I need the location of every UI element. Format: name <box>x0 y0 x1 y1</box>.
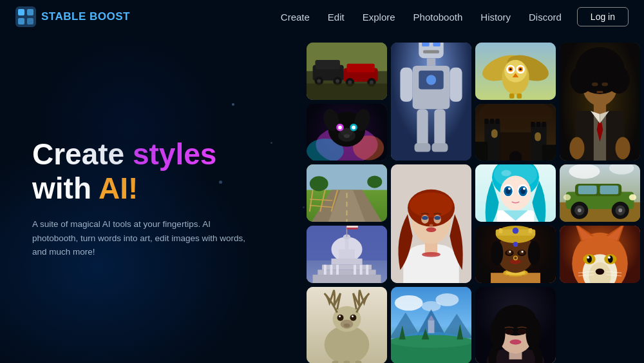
svg-point-63 <box>569 137 584 159</box>
svg-rect-32 <box>434 109 445 146</box>
svg-point-44 <box>509 68 512 71</box>
nav-history[interactable]: History <box>480 12 511 23</box>
image-castle[interactable] <box>475 104 556 161</box>
svg-rect-29 <box>400 68 412 102</box>
logo[interactable]: STABLE BOOST <box>15 6 130 27</box>
svg-rect-157 <box>339 250 355 259</box>
svg-rect-31 <box>417 109 428 146</box>
svg-point-184 <box>491 240 503 265</box>
svg-point-107 <box>367 176 382 188</box>
svg-rect-165 <box>354 265 356 275</box>
svg-point-148 <box>578 209 582 213</box>
image-deer[interactable] <box>307 287 387 363</box>
svg-point-151 <box>618 209 622 213</box>
hero-title-ai: AI! <box>99 172 138 205</box>
svg-rect-224 <box>332 360 339 363</box>
svg-rect-166 <box>360 265 363 275</box>
image-landscape[interactable] <box>391 287 471 363</box>
svg-point-228 <box>395 295 423 311</box>
image-road[interactable] <box>307 164 387 222</box>
svg-point-121 <box>426 228 436 233</box>
svg-point-191 <box>522 251 524 253</box>
svg-point-223 <box>344 323 350 327</box>
svg-point-194 <box>513 242 518 247</box>
svg-rect-225 <box>344 360 350 363</box>
nav-discord[interactable]: Discord <box>529 12 562 23</box>
svg-rect-34 <box>431 143 448 152</box>
svg-rect-89 <box>542 122 546 127</box>
image-capitol[interactable] <box>307 226 387 283</box>
image-anime-girl[interactable] <box>475 164 556 222</box>
hero-title: Create styles with AI! <box>32 137 258 206</box>
image-fox[interactable] <box>560 226 640 283</box>
logo-icon <box>15 6 36 27</box>
svg-point-140 <box>569 164 600 179</box>
svg-rect-30 <box>450 68 462 102</box>
svg-rect-172 <box>347 226 358 228</box>
svg-point-137 <box>501 170 511 177</box>
decorative-dot-2 <box>270 142 272 144</box>
svg-rect-19 <box>307 84 387 100</box>
image-green-car[interactable] <box>560 164 640 222</box>
image-colorful-dog[interactable] <box>307 104 387 161</box>
svg-point-56 <box>570 66 592 93</box>
svg-point-77 <box>352 125 355 129</box>
image-african-woman[interactable] <box>475 226 556 283</box>
hero-title-styles: styles <box>133 137 216 171</box>
svg-point-58 <box>592 83 598 86</box>
image-grid <box>303 39 644 363</box>
svg-point-57 <box>607 66 630 93</box>
decorative-dot-4 <box>303 206 305 208</box>
image-cars[interactable] <box>307 43 387 100</box>
image-robot[interactable] <box>391 43 471 161</box>
nav-create[interactable]: Create <box>281 12 310 23</box>
svg-rect-3 <box>18 18 24 25</box>
svg-rect-60 <box>597 91 603 93</box>
svg-rect-91 <box>535 132 541 141</box>
svg-rect-162 <box>324 265 327 275</box>
svg-point-252 <box>518 329 526 334</box>
svg-rect-47 <box>509 93 515 99</box>
image-person-afro[interactable] <box>560 43 640 161</box>
svg-rect-48 <box>516 93 522 99</box>
svg-rect-183 <box>529 228 533 233</box>
svg-point-59 <box>601 83 608 86</box>
nav-edit[interactable]: Edit <box>328 12 345 23</box>
svg-point-220 <box>339 315 341 317</box>
svg-rect-2 <box>27 9 33 15</box>
svg-point-10 <box>317 79 321 83</box>
login-button[interactable]: Log in <box>577 7 629 26</box>
svg-rect-85 <box>490 119 494 124</box>
image-woman-dark[interactable] <box>475 287 556 363</box>
svg-rect-240 <box>428 320 435 333</box>
svg-point-218 <box>337 314 344 320</box>
nav-photobooth[interactable]: Photobooth <box>413 12 463 23</box>
image-woman-red-hair[interactable] <box>391 164 471 282</box>
main-nav: Create Edit Explore Photobooth History D… <box>281 12 562 23</box>
svg-rect-90 <box>491 129 498 137</box>
svg-point-28 <box>426 75 436 84</box>
svg-point-221 <box>352 315 354 317</box>
svg-rect-145 <box>600 186 619 194</box>
decorative-dot-3 <box>219 181 222 184</box>
svg-rect-158 <box>331 259 362 265</box>
header: STABLE BOOST Create Edit Explore Photobo… <box>0 0 644 34</box>
svg-point-45 <box>519 68 522 71</box>
svg-rect-24 <box>423 50 439 54</box>
svg-rect-159 <box>322 265 372 270</box>
svg-point-64 <box>616 137 630 159</box>
svg-point-209 <box>596 268 604 275</box>
hero-title-create: Create <box>32 137 133 171</box>
svg-point-113 <box>422 252 440 257</box>
hero-section: Create styles with AI! A suite of magica… <box>0 34 290 363</box>
svg-point-106 <box>310 177 328 191</box>
svg-rect-23 <box>433 43 440 46</box>
image-owl[interactable] <box>475 43 556 100</box>
nav-explore[interactable]: Explore <box>363 12 395 23</box>
svg-point-219 <box>350 314 356 320</box>
svg-point-152 <box>629 195 637 201</box>
svg-rect-93 <box>475 141 488 161</box>
svg-point-76 <box>338 125 342 129</box>
svg-point-207 <box>587 256 589 259</box>
svg-point-185 <box>528 240 540 265</box>
